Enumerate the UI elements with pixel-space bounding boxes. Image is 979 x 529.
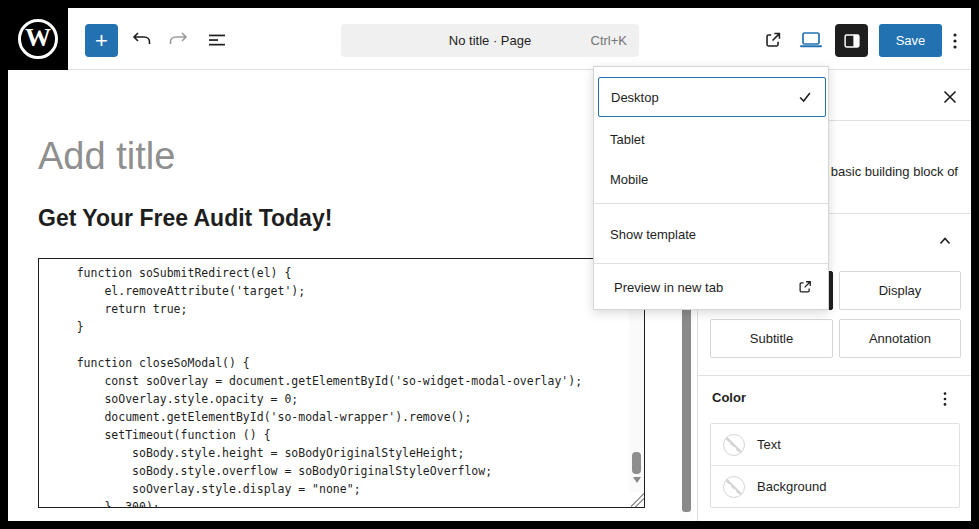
laptop-icon bbox=[797, 28, 825, 52]
post-title-input[interactable]: Add title bbox=[38, 134, 175, 180]
view-site-button[interactable] bbox=[761, 28, 785, 52]
sidebar-panel-icon bbox=[841, 30, 863, 52]
empty-color-swatch-icon bbox=[723, 476, 745, 498]
document-overview-button[interactable] bbox=[205, 28, 229, 52]
code-textarea[interactable]: function soSubmitRedirect(el) { el.remov… bbox=[38, 258, 645, 508]
save-button-label: Save bbox=[896, 33, 926, 48]
plus-icon: + bbox=[95, 30, 108, 52]
color-options-button[interactable] bbox=[934, 388, 956, 410]
code-scrollbar-down-arrow-icon[interactable] bbox=[633, 477, 641, 483]
menu-item-label: Preview in new tab bbox=[614, 280, 723, 295]
heading-block[interactable]: Get Your Free Audit Today! bbox=[38, 204, 332, 234]
menu-item-label: Mobile bbox=[610, 172, 648, 187]
wordpress-editor-window: W + No title · Page Ctrl+K bbox=[0, 0, 979, 529]
chevron-up-icon bbox=[936, 232, 954, 250]
background-color-row[interactable]: Background bbox=[711, 465, 959, 507]
style-button-label: Subtitle bbox=[750, 331, 793, 346]
menu-item-label: Tablet bbox=[610, 132, 645, 147]
menu-item-preview-new-tab[interactable]: Preview in new tab bbox=[598, 267, 826, 307]
redo-icon bbox=[166, 28, 190, 52]
external-link-icon bbox=[762, 29, 784, 51]
text-color-row[interactable]: Text bbox=[711, 424, 959, 465]
style-button-annotation[interactable]: Annotation bbox=[839, 319, 961, 358]
save-button[interactable]: Save bbox=[879, 24, 942, 57]
menu-item-label: Desktop bbox=[611, 90, 659, 105]
color-section-divider bbox=[698, 375, 971, 376]
menu-separator bbox=[594, 263, 828, 264]
redo-button[interactable] bbox=[166, 28, 190, 52]
color-row-label: Background bbox=[757, 479, 826, 494]
command-palette-button[interactable]: No title · Page Ctrl+K bbox=[341, 24, 639, 57]
style-button-display[interactable]: Display bbox=[839, 271, 961, 310]
code-content: function soSubmitRedirect(el) { el.remov… bbox=[39, 259, 644, 508]
add-block-button[interactable]: + bbox=[85, 24, 118, 57]
list-view-icon bbox=[205, 28, 229, 52]
preview-dropdown-menu: Desktop Tablet Mobile Show template Prev… bbox=[593, 66, 829, 310]
close-icon bbox=[941, 88, 959, 106]
menu-item-tablet[interactable]: Tablet bbox=[598, 119, 826, 159]
wordpress-logo-letter: W bbox=[25, 25, 51, 51]
preview-device-button[interactable] bbox=[797, 28, 825, 52]
kebab-menu-icon bbox=[945, 31, 965, 51]
style-button-label: Annotation bbox=[869, 331, 931, 346]
collapse-section-button[interactable] bbox=[936, 232, 954, 250]
color-section-title: Color bbox=[712, 390, 746, 405]
kebab-menu-icon bbox=[936, 390, 954, 408]
document-title: No title · Page bbox=[449, 33, 531, 48]
empty-color-swatch-icon bbox=[723, 434, 745, 456]
style-button-label: Display bbox=[879, 283, 922, 298]
menu-item-desktop[interactable]: Desktop bbox=[598, 77, 826, 117]
undo-button[interactable] bbox=[130, 28, 154, 52]
close-sidebar-button[interactable] bbox=[941, 88, 959, 106]
menu-item-mobile[interactable]: Mobile bbox=[598, 159, 826, 199]
textarea-resize-handle-icon[interactable] bbox=[631, 493, 644, 507]
code-scrollbar-thumb[interactable] bbox=[632, 452, 641, 474]
style-button-subtitle[interactable]: Subtitle bbox=[710, 319, 833, 358]
menu-item-label: Show template bbox=[610, 227, 696, 242]
menu-separator bbox=[594, 203, 828, 204]
external-link-icon bbox=[796, 278, 814, 296]
undo-icon bbox=[130, 28, 154, 52]
menu-item-show-template[interactable]: Show template bbox=[598, 214, 826, 254]
wordpress-logo-button[interactable]: W bbox=[8, 8, 68, 70]
block-description: basic building block of bbox=[831, 164, 958, 179]
options-menu-button[interactable] bbox=[939, 24, 971, 57]
color-settings-panel: Text Background bbox=[710, 423, 960, 508]
shortcut-hint: Ctrl+K bbox=[591, 33, 627, 48]
settings-sidebar-toggle[interactable] bbox=[835, 24, 868, 57]
color-row-label: Text bbox=[757, 437, 781, 452]
checkmark-icon bbox=[797, 89, 813, 105]
wordpress-logo-icon: W bbox=[18, 19, 58, 59]
